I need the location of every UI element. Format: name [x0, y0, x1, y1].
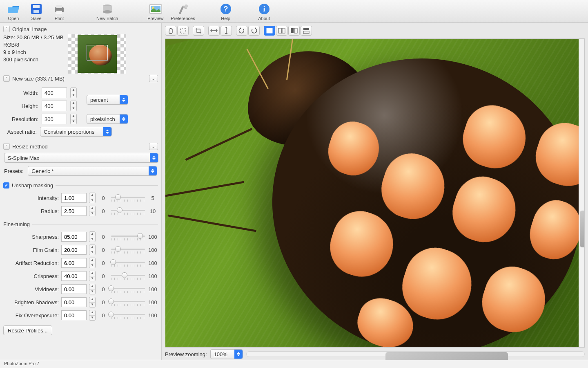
- artifact-stepper[interactable]: ▲▼: [89, 258, 96, 268]
- svg-rect-4: [56, 5, 62, 8]
- resize-method-select[interactable]: S-Spline Max: [4, 153, 158, 163]
- preview-icon: [148, 2, 163, 16]
- view-split-center-button[interactable]: [276, 26, 287, 36]
- view-split-center-icon: [278, 28, 285, 34]
- disclose-icon[interactable]: ˄: [3, 26, 10, 32]
- filmgrain-stepper[interactable]: ▲▼: [89, 245, 96, 255]
- aspect-value: Constrain proportions: [44, 129, 94, 135]
- height-input[interactable]: [42, 101, 67, 111]
- shadows-slider[interactable]: [111, 298, 145, 306]
- hand-tool[interactable]: [165, 26, 176, 36]
- unsharp-checkbox[interactable]: [3, 182, 9, 188]
- horizontal-scrollbar[interactable]: [246, 351, 585, 357]
- print-icon: [51, 2, 67, 16]
- view-single-button[interactable]: [264, 26, 275, 36]
- flip-horizontal-button[interactable]: [208, 26, 220, 36]
- rotate-right-button[interactable]: [248, 26, 260, 36]
- crispness-label: Crispness:: [3, 273, 59, 279]
- rotate-left-button[interactable]: [236, 26, 247, 36]
- crop-tool[interactable]: [193, 26, 204, 36]
- sharpness-input[interactable]: [61, 232, 87, 242]
- presets-label: Presets:: [4, 168, 24, 174]
- shadows-stepper[interactable]: ▲▼: [89, 297, 96, 307]
- open-button[interactable]: Open: [3, 2, 24, 21]
- image-canvas[interactable]: [165, 38, 585, 348]
- save-button[interactable]: Save: [26, 2, 47, 21]
- intensity-slider[interactable]: [111, 194, 145, 202]
- vividness-slider[interactable]: [111, 285, 145, 293]
- filmgrain-slider[interactable]: [111, 246, 145, 254]
- width-stepper[interactable]: ▲▼: [70, 88, 77, 98]
- preferences-icon: [175, 2, 191, 16]
- resolution-input[interactable]: [42, 114, 67, 124]
- radius-input[interactable]: [61, 206, 87, 216]
- marquee-tool[interactable]: [177, 26, 189, 36]
- svg-rect-25: [303, 31, 309, 34]
- preferences-button[interactable]: Preferences: [168, 2, 197, 21]
- crop-icon: [195, 27, 202, 34]
- section-newsize-title: New size (333.71 MB): [12, 76, 65, 82]
- svg-rect-17: [180, 28, 185, 33]
- thumbnail-navigator[interactable]: [68, 34, 126, 74]
- overexp-label: Fix Overexposure:: [3, 312, 59, 319]
- preview-button[interactable]: Preview: [145, 2, 166, 21]
- filmgrain-input[interactable]: [61, 245, 87, 255]
- artifact-input[interactable]: [61, 258, 87, 268]
- preferences-label: Preferences: [171, 16, 195, 21]
- about-button[interactable]: i About: [254, 2, 274, 21]
- newsize-more-button[interactable]: …: [149, 75, 158, 82]
- height-stepper[interactable]: ▲▼: [70, 101, 77, 111]
- section-new-size[interactable]: ˄ New size (333.71 MB) …: [2, 74, 160, 83]
- print-button[interactable]: Print: [49, 2, 69, 21]
- disclose-icon[interactable]: ˄: [3, 75, 10, 82]
- width-input[interactable]: [42, 88, 67, 98]
- radius-slider[interactable]: [111, 207, 145, 215]
- resize-profiles-button[interactable]: Resize Profiles...: [3, 325, 52, 335]
- filmgrain-label: Film Grain:: [3, 247, 59, 253]
- overexp-stepper[interactable]: ▲▼: [89, 310, 96, 321]
- overexp-slider[interactable]: [111, 312, 145, 319]
- view-split-h-button[interactable]: [301, 26, 312, 36]
- crispness-stepper[interactable]: ▲▼: [89, 271, 96, 281]
- size-unit-select[interactable]: percent: [87, 95, 128, 105]
- section-original-title: Original Image: [12, 26, 47, 32]
- preview-zoom-label: Preview zooming:: [165, 351, 207, 357]
- sharpness-slider[interactable]: [111, 233, 145, 240]
- height-label: Height:: [3, 103, 38, 109]
- resolution-stepper[interactable]: ▲▼: [70, 114, 77, 124]
- new-batch-button[interactable]: New Batch: [94, 2, 120, 21]
- intensity-stepper[interactable]: ▲▼: [89, 193, 96, 203]
- section-resize-method[interactable]: ˄ Resize method …: [2, 141, 160, 151]
- view-single-icon: [266, 28, 273, 34]
- view-split-v-button[interactable]: [288, 26, 300, 36]
- vertical-scrollbar[interactable]: [579, 39, 584, 347]
- shadows-min: 0: [98, 299, 109, 305]
- overexp-input[interactable]: [61, 310, 87, 320]
- flip-vertical-button[interactable]: [220, 26, 232, 36]
- sharpness-max: 100: [147, 234, 158, 240]
- shadows-input[interactable]: [61, 297, 87, 307]
- resize-more-button[interactable]: …: [149, 143, 158, 150]
- batch-label: New Batch: [96, 16, 118, 21]
- sharpness-label: Sharpness:: [3, 234, 59, 240]
- help-button[interactable]: ? Help: [216, 2, 236, 21]
- disclose-icon[interactable]: ˄: [3, 143, 10, 150]
- vividness-stepper[interactable]: ▲▼: [89, 284, 96, 294]
- crispness-input[interactable]: [61, 271, 87, 281]
- radius-label: Radius:: [3, 208, 59, 214]
- aspect-select[interactable]: Constrain proportions: [40, 127, 112, 137]
- crispness-slider[interactable]: [111, 272, 145, 280]
- preview-zoom-select[interactable]: 100%: [210, 349, 243, 359]
- radius-stepper[interactable]: ▲▼: [89, 206, 96, 216]
- vividness-input[interactable]: [61, 284, 87, 294]
- resolution-unit-select[interactable]: pixels/inch: [87, 114, 128, 124]
- preview-zoom-value: 100%: [214, 351, 227, 357]
- sharpness-stepper[interactable]: ▲▼: [89, 231, 96, 242]
- shadows-max: 100: [147, 299, 158, 305]
- resolution-unit-value: pixels/inch: [90, 116, 115, 122]
- print-label: Print: [55, 16, 64, 21]
- preset-select[interactable]: Generic *: [28, 166, 157, 176]
- section-original-image[interactable]: ˄ Original Image: [2, 25, 160, 34]
- artifact-slider[interactable]: [111, 259, 145, 267]
- intensity-input[interactable]: [61, 193, 87, 203]
